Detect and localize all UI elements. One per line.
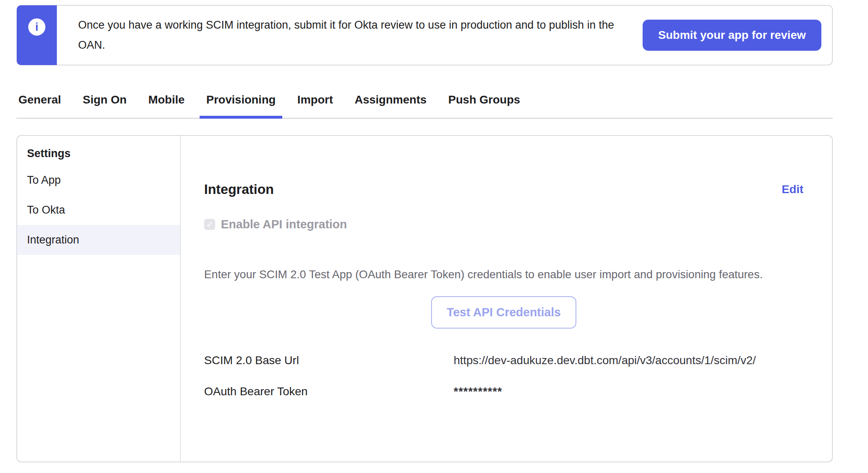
tab-sign-on[interactable]: Sign On	[83, 93, 126, 106]
scim-base-url-value: https://dev-adukuze.dev.dbt.com/api/v3/a…	[454, 354, 756, 367]
oauth-bearer-token-value: **********	[454, 385, 502, 398]
provisioning-panel: Settings To App To Okta Integration Inte…	[16, 135, 833, 462]
banner-accent-bar: i	[17, 5, 57, 65]
tab-push-groups[interactable]: Push Groups	[448, 93, 520, 106]
oauth-bearer-token-label: OAuth Bearer Token	[204, 385, 454, 398]
info-banner: i Once you have a working SCIM integrati…	[16, 5, 833, 65]
test-api-credentials-button[interactable]: Test API Credentials	[431, 296, 576, 329]
banner-message: Once you have a working SCIM integration…	[78, 15, 643, 55]
tab-assignments[interactable]: Assignments	[355, 93, 427, 106]
tab-provisioning[interactable]: Provisioning	[206, 93, 276, 106]
credentials-description: Enter your SCIM 2.0 Test App (OAuth Bear…	[204, 268, 803, 281]
sidebar-header: Settings	[17, 142, 180, 165]
enable-api-checkbox-label: Enable API integration	[221, 218, 347, 231]
enable-api-checkbox-checked-icon: ✓	[204, 219, 215, 230]
sidebar-item-integration[interactable]: Integration	[17, 225, 180, 255]
scim-base-url-label: SCIM 2.0 Base Url	[204, 354, 454, 367]
content-header: Integration Edit	[204, 182, 803, 197]
oauth-bearer-token-row: OAuth Bearer Token **********	[204, 385, 803, 398]
settings-sidebar: Settings To App To Okta Integration	[17, 136, 181, 462]
submit-app-review-button[interactable]: Submit your app for review	[643, 20, 821, 51]
test-credentials-row: Test API Credentials	[204, 296, 803, 329]
page-title: Integration	[204, 182, 274, 197]
info-icon: i	[28, 18, 45, 36]
integration-content: Integration Edit ✓ Enable API integratio…	[181, 136, 832, 462]
banner-message-wrap: Once you have a working SCIM integration…	[57, 6, 643, 65]
app-tabs: General Sign On Mobile Provisioning Impo…	[16, 90, 833, 119]
sidebar-item-to-app[interactable]: To App	[17, 165, 180, 195]
edit-link[interactable]: Edit	[782, 183, 803, 196]
scim-base-url-row: SCIM 2.0 Base Url https://dev-adukuze.de…	[204, 354, 803, 367]
tab-mobile[interactable]: Mobile	[148, 93, 185, 106]
sidebar-item-to-okta[interactable]: To Okta	[17, 195, 180, 225]
enable-api-integration-row: ✓ Enable API integration	[204, 218, 803, 231]
credential-fields: SCIM 2.0 Base Url https://dev-adukuze.de…	[204, 354, 803, 398]
banner-action: Submit your app for review	[643, 6, 832, 65]
tab-import[interactable]: Import	[297, 93, 333, 106]
tab-general[interactable]: General	[18, 93, 61, 106]
